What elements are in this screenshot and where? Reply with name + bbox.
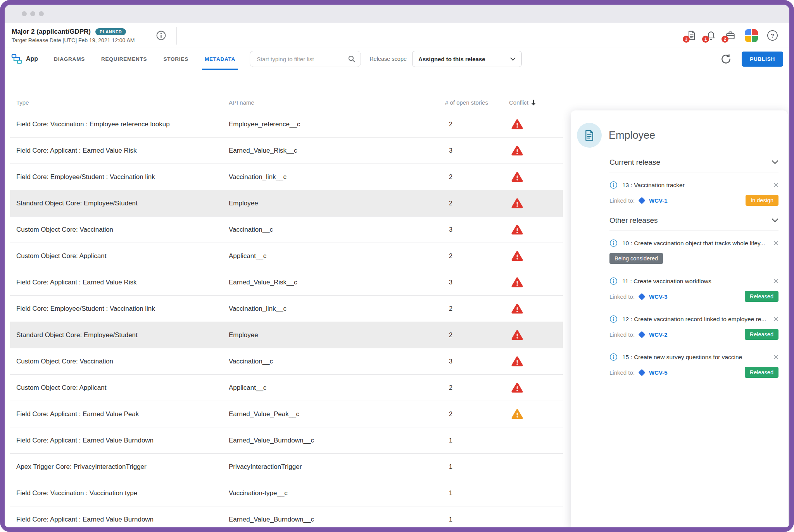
release-notes-icon[interactable]: 3 xyxy=(687,30,697,41)
tab-diagrams[interactable]: DIAGRAMS xyxy=(46,48,93,70)
story-item[interactable]: 10 : Create vaccination object that trac… xyxy=(609,239,778,264)
remove-story-icon[interactable] xyxy=(773,279,778,284)
cell-api-name: PrivacyInteractionTrigger xyxy=(229,463,445,471)
refresh-icon[interactable] xyxy=(720,53,732,65)
table-row[interactable]: Custom Object Core: VaccinationVaccinati… xyxy=(10,348,563,375)
story-title: 12 : Create vaccination record linked to… xyxy=(622,316,769,323)
cell-type: Custom Object Core: Vaccination xyxy=(16,226,229,234)
header-icon-cluster: 3 1 2 xyxy=(687,29,782,42)
status-badge: In design xyxy=(746,195,778,206)
status-badge: Released xyxy=(745,291,778,302)
cell-open-stories: 2 xyxy=(445,174,509,181)
conflict-error-icon[interactable] xyxy=(511,330,523,340)
story-title: 10 : Create vaccination object that trac… xyxy=(622,240,769,247)
toolbox-icon[interactable]: 2 xyxy=(725,30,735,41)
linked-story-link[interactable]: WCV-3 xyxy=(649,293,668,300)
search-icon[interactable] xyxy=(348,55,356,63)
cell-conflict xyxy=(509,198,563,208)
table-row[interactable]: Field Core: Employee/Student : Vaccinati… xyxy=(10,164,563,190)
release-info-icon[interactable] xyxy=(156,30,166,41)
story-type-icon xyxy=(638,331,645,338)
release-scope-select[interactable]: Assigned to this release xyxy=(412,51,522,67)
conflict-error-icon[interactable] xyxy=(511,172,523,182)
story-item[interactable]: 13 : Vaccination trackerLinked to:WCV-1I… xyxy=(609,181,778,206)
publish-button[interactable]: PUBLISH xyxy=(742,52,783,67)
chevron-down-icon[interactable] xyxy=(772,218,778,222)
remove-story-icon[interactable] xyxy=(773,317,778,322)
table-row[interactable]: Custom Object Core: ApplicantApplicant__… xyxy=(10,243,563,269)
notification-count-badge: 3 xyxy=(683,36,690,43)
header-divider xyxy=(176,27,177,45)
table-row[interactable]: Standard Object Core: Employee/StudentEm… xyxy=(10,322,563,348)
cell-conflict xyxy=(509,145,563,156)
story-item[interactable]: 12 : Create vaccination record linked to… xyxy=(609,315,778,340)
cell-type: Field Core: Employee/Student : Vaccinati… xyxy=(16,173,229,181)
status-badge: Released xyxy=(745,367,778,378)
cell-type: Field Core: Applicant : Earned Value Ris… xyxy=(16,279,229,286)
table-row[interactable]: Field Core: Applicant : Earned Value Ris… xyxy=(10,138,563,164)
window-close-button[interactable] xyxy=(22,11,27,16)
cell-api-name: Earned_Value_Risk__c xyxy=(229,279,445,286)
conflict-error-icon[interactable] xyxy=(511,198,523,208)
conflict-error-icon[interactable] xyxy=(511,145,523,156)
cell-conflict xyxy=(509,277,563,288)
column-type[interactable]: Type xyxy=(16,99,229,106)
release-name: Major 2 (applicant/GDPR) xyxy=(12,28,91,36)
panel-title: Employee xyxy=(609,129,655,141)
story-item[interactable]: 11 : Create vaccination workflowsLinked … xyxy=(609,277,778,302)
search-box[interactable] xyxy=(250,51,361,67)
table-row[interactable]: Field Core: Employee/Student : Vaccinati… xyxy=(10,296,563,322)
linked-to-label: Linked to: xyxy=(609,331,635,338)
linked-story-link[interactable]: WCV-2 xyxy=(649,331,668,338)
window-zoom-button[interactable] xyxy=(39,11,44,16)
panel-header: Employee xyxy=(571,110,788,148)
table-row[interactable]: Standard Object Core: Employee/StudentEm… xyxy=(10,190,563,217)
tab-requirements[interactable]: REQUIREMENTS xyxy=(93,48,155,70)
conflict-error-icon[interactable] xyxy=(511,356,523,367)
section-title: Current release xyxy=(609,158,660,167)
remove-story-icon[interactable] xyxy=(773,241,778,246)
conflict-error-icon[interactable] xyxy=(511,382,523,393)
table-row[interactable]: Field Core: Vaccination : Vaccination ty… xyxy=(10,480,563,506)
story-title: 13 : Vaccination tracker xyxy=(622,182,769,189)
remove-story-icon[interactable] xyxy=(773,182,778,188)
story-item[interactable]: 15 : Create new survey questions for vac… xyxy=(609,353,778,378)
conflict-error-icon[interactable] xyxy=(511,303,523,314)
cell-type: Field Core: Applicant : Earned Value Ris… xyxy=(16,147,229,155)
help-icon[interactable]: ? xyxy=(767,30,778,41)
conflict-warning-icon[interactable] xyxy=(511,409,523,419)
sort-desc-icon[interactable] xyxy=(531,100,536,105)
tab-stories[interactable]: STORIES xyxy=(155,48,197,70)
tab-metadata[interactable]: METADATA xyxy=(197,48,243,70)
window-minimize-button[interactable] xyxy=(30,11,35,16)
cell-api-name: Earned_Value_Burndown__c xyxy=(229,437,445,444)
table-row[interactable]: Field Core: Applicant : Earned Value Bur… xyxy=(10,427,563,454)
section-header[interactable]: Other releases xyxy=(609,210,778,231)
table-row[interactable]: Custom Object Core: VaccinationVaccinati… xyxy=(10,217,563,243)
column-open-stories[interactable]: # of open stories xyxy=(445,99,509,106)
linked-story-link[interactable]: WCV-5 xyxy=(649,369,668,376)
chevron-down-icon[interactable] xyxy=(772,160,778,164)
conflict-error-icon[interactable] xyxy=(511,277,523,288)
section-header[interactable]: Current release xyxy=(609,152,778,172)
table-row[interactable]: Apex Trigger Core: PrivacyInteractionTri… xyxy=(10,454,563,480)
story-info-icon xyxy=(609,353,618,361)
table-row[interactable]: Field Core: Vaccination : Employee refer… xyxy=(10,111,563,138)
remove-story-icon[interactable] xyxy=(773,355,778,360)
conflict-error-icon[interactable] xyxy=(511,224,523,235)
conflict-error-icon[interactable] xyxy=(511,251,523,261)
story-info-icon xyxy=(609,239,618,247)
search-input[interactable] xyxy=(256,55,348,63)
table-row[interactable]: Field Core: Applicant : Earned Value Bur… xyxy=(10,506,563,527)
account-avatar[interactable] xyxy=(745,29,758,42)
table-row[interactable]: Custom Object Core: ApplicantApplicant__… xyxy=(10,375,563,401)
column-api-name[interactable]: API name xyxy=(229,99,445,106)
table-row[interactable]: Field Core: Applicant : Earned Value Ris… xyxy=(10,269,563,296)
column-conflict[interactable]: Conflict xyxy=(509,99,563,106)
bell-icon[interactable]: 1 xyxy=(706,30,716,41)
linked-story-link[interactable]: WCV-1 xyxy=(649,197,668,204)
conflict-error-icon[interactable] xyxy=(511,119,523,129)
table-row[interactable]: Field Core: Applicant : Earned Value Pea… xyxy=(10,401,563,427)
app-logo[interactable]: App xyxy=(11,53,38,65)
cell-api-name: Vaccination_link__c xyxy=(229,173,445,181)
